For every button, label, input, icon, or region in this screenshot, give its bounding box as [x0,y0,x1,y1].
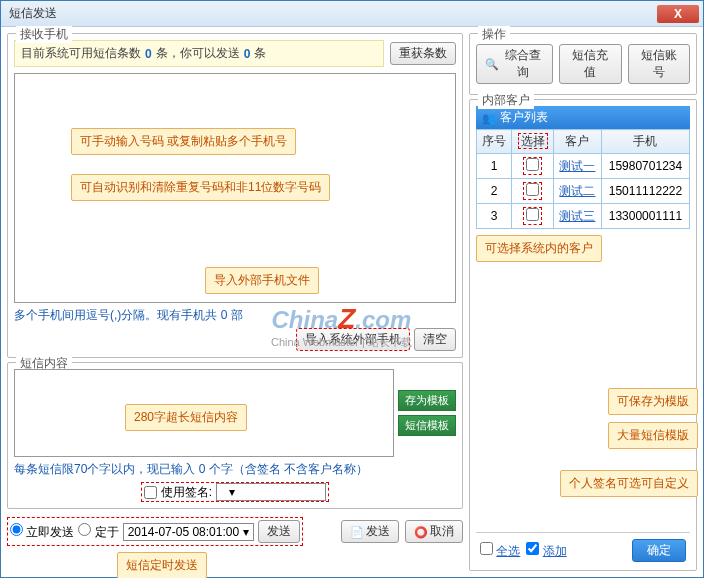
chevron-down-icon: ▾ [243,525,249,539]
quota-count-1: 0 [145,47,152,61]
note-manual-input: 可手动输入号码 或复制粘贴多个手机号 [71,128,296,155]
comprehensive-query-button[interactable]: 综合查询 [476,44,553,84]
schedule-send-button[interactable]: 发送 [258,520,300,543]
signature-select[interactable]: ▾ [216,483,326,501]
save-template-button[interactable]: 存为模板 [398,390,456,411]
phone-count-hint: 多个手机间用逗号(,)分隔。现有手机共 0 部 [14,307,456,324]
use-signature-checkbox[interactable] [144,486,157,499]
operations-legend: 操作 [478,26,510,43]
window: 短信发送 X 接收手机 目前系统可用短信条数 0 条，你可以发送 0 条 重获条… [0,0,704,578]
sms-content-fieldset: 短信内容 280字超长短信内容 存为模板 短信模板 每条短信限70个字以内，现已… [7,362,463,509]
cancel-button[interactable]: 取消 [405,520,463,543]
clear-button[interactable]: 清空 [414,328,456,351]
sms-char-hint: 每条短信限70个字以内，现已输入 0 个字（含签名 不含客户名称） [14,461,456,478]
quota-unit-2: 条 [254,45,266,62]
table-row[interactable]: 3 测试三 13300001111 [477,204,690,229]
recipients-legend: 接收手机 [16,26,72,43]
add-checkbox[interactable]: 添加 [526,542,566,560]
clients-legend: 内部客户 [478,92,534,109]
send-row: 立即发送 定于 2014-07-05 08:01:00 ▾ 发送 发送 取消 [7,517,463,546]
import-external-button[interactable]: 导入系统外部手机 [296,328,410,351]
users-icon [482,111,496,125]
sms-account-button[interactable]: 短信账号 [628,44,690,84]
note-scheduled-send: 短信定时发送 [117,552,207,578]
sms-template-button[interactable]: 短信模板 [398,415,456,436]
send-icon [350,525,364,539]
internal-clients-fieldset: 内部客户 客户列表 序号 选择 客户 手机 [469,99,697,571]
client-list-title: 客户列表 [500,109,548,126]
sms-textarea[interactable]: 280字超长短信内容 [14,369,394,457]
titlebar: 短信发送 X [1,1,703,27]
note-many-templates: 大量短信模版 [608,422,698,449]
customer-link[interactable]: 测试二 [559,184,595,198]
chevron-down-icon: ▾ [229,485,235,499]
col-select: 选择 [512,130,554,154]
customer-link[interactable]: 测试三 [559,209,595,223]
select-all-checkbox[interactable]: 全选 [480,542,520,560]
cancel-icon [414,525,428,539]
refresh-quota-button[interactable]: 重获条数 [390,42,456,65]
quota-count-2: 0 [244,47,251,61]
recharge-button[interactable]: 短信充值 [559,44,621,84]
client-list-header: 客户列表 [476,106,690,129]
row-checkbox[interactable] [526,208,539,221]
confirm-button[interactable]: 确定 [632,539,686,562]
quota-label-2: 条，你可以发送 [156,45,240,62]
col-seq: 序号 [477,130,512,154]
send-now-radio[interactable]: 立即发送 [10,523,74,541]
note-signature: 个人签名可选可自定义 [560,470,698,497]
customer-link[interactable]: 测试一 [559,159,595,173]
note-select-clients: 可选择系统内的客户 [476,235,602,262]
operations-fieldset: 操作 综合查询 短信充值 短信账号 [469,33,697,95]
note-import-file: 导入外部手机文件 [205,267,319,294]
search-icon [485,57,499,71]
note-save-template: 可保存为模版 [608,388,698,415]
quota-info: 目前系统可用短信条数 0 条，你可以发送 0 条 [14,40,384,67]
client-table: 序号 选择 客户 手机 1 测试一 15980701234 [476,129,690,229]
note-auto-dedup: 可自动识别和清除重复号码和非11位数字号码 [71,174,330,201]
table-row[interactable]: 2 测试二 15011112222 [477,179,690,204]
table-row[interactable]: 1 测试一 15980701234 [477,154,690,179]
col-phone: 手机 [601,130,689,154]
row-checkbox[interactable] [526,158,539,171]
quota-label-1: 目前系统可用短信条数 [21,45,141,62]
phone-numbers-textarea[interactable]: 可手动输入号码 或复制粘贴多个手机号 可自动识别和清除重复号码和非11位数字号码… [14,73,456,303]
col-customer: 客户 [553,130,601,154]
use-signature-label: 使用签名: [161,484,212,501]
schedule-datetime-input[interactable]: 2014-07-05 08:01:00 ▾ [123,523,254,541]
send-scheduled-radio[interactable]: 定于 [78,523,118,541]
row-checkbox[interactable] [526,183,539,196]
recipients-fieldset: 接收手机 目前系统可用短信条数 0 条，你可以发送 0 条 重获条数 可手动输入… [7,33,463,358]
note-long-sms: 280字超长短信内容 [125,404,247,431]
window-title: 短信发送 [5,5,657,22]
close-button[interactable]: X [657,5,699,23]
send-button[interactable]: 发送 [341,520,399,543]
